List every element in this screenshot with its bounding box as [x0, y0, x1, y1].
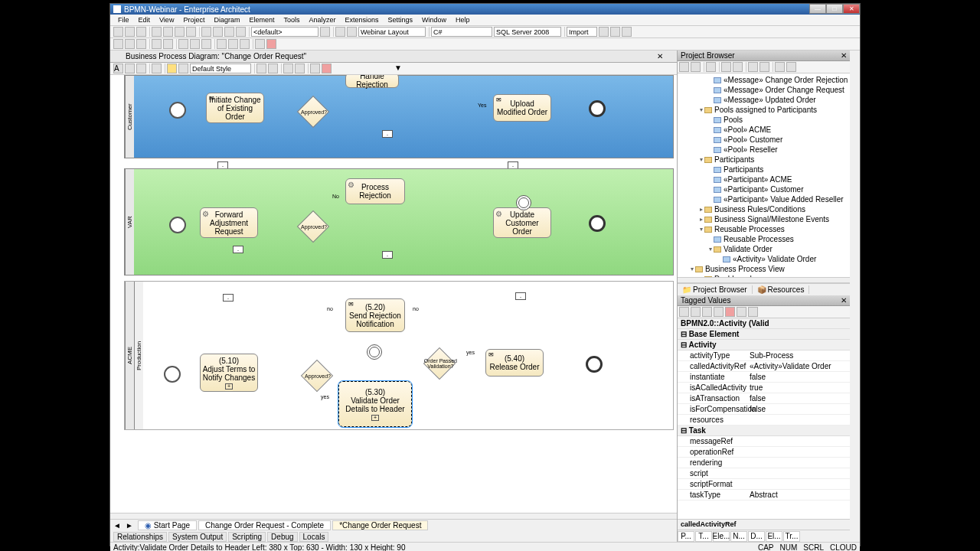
gateway-acme-approved[interactable]: Approved?: [301, 360, 333, 392]
tree-item[interactable]: «Message» Updated Order: [679, 95, 848, 105]
zoom-width-icon[interactable]: [240, 39, 250, 49]
start-event-var[interactable]: [169, 217, 186, 233]
menu-settings[interactable]: Settings: [384, 16, 418, 24]
open-icon[interactable]: [125, 27, 135, 37]
mini-tab-4[interactable]: D...: [748, 531, 765, 542]
props-row[interactable]: instantiatefalse: [678, 372, 850, 383]
zoom-out-icon[interactable]: [125, 39, 135, 49]
props-row[interactable]: resources: [678, 415, 850, 425]
props-row[interactable]: isForCompensationfalse: [678, 404, 850, 415]
tab-start-page[interactable]: ◉Start Page: [138, 520, 197, 530]
activity-adjust-terms[interactable]: (5.10) Adjust Terms to Notify Changes +: [200, 354, 258, 392]
line-icon[interactable]: [152, 64, 162, 73]
props-row[interactable]: isACalledActivitytrue: [678, 383, 850, 393]
zoom-100-icon[interactable]: [217, 39, 227, 49]
activity-initiate-change[interactable]: ✉ Initiate Change of Existing Order: [206, 93, 264, 123]
pb-package-icon[interactable]: [706, 62, 716, 72]
tree-item[interactable]: «Participant» Value Added Reseller: [679, 194, 848, 204]
mini-tab-1[interactable]: T...: [695, 531, 712, 542]
menu-analyzer[interactable]: Analyzer: [304, 16, 340, 24]
cut-icon[interactable]: [163, 27, 173, 37]
export-icon[interactable]: [599, 27, 609, 37]
menu-help[interactable]: Help: [451, 16, 475, 24]
tab-resources[interactable]: 📦Resources: [753, 285, 810, 294]
menu-element[interactable]: Element: [244, 16, 279, 24]
help-icon[interactable]: [622, 27, 632, 37]
tab-close-icon[interactable]: ✕: [657, 52, 663, 60]
activity-process-rejection[interactable]: ⚙ Process Rejection: [345, 178, 405, 204]
menu-window[interactable]: Window: [417, 16, 451, 24]
bold-icon[interactable]: [125, 64, 135, 73]
gateway-customer-approved[interactable]: Approved?: [297, 96, 329, 128]
delete-shape-icon[interactable]: [322, 64, 332, 73]
zoom-fit-icon[interactable]: [136, 39, 146, 49]
tree-item[interactable]: ▾Validate Order: [679, 244, 848, 254]
dropdown-icon[interactable]: [320, 27, 330, 37]
props-row[interactable]: messageRef: [678, 436, 850, 447]
nav-left-icon[interactable]: ◄: [113, 521, 121, 530]
zoom-in-icon[interactable]: [113, 39, 123, 49]
end-event-customer[interactable]: [589, 100, 606, 117]
menu-view[interactable]: View: [155, 16, 178, 24]
activity-update-customer-order[interactable]: ⚙ Update Customer Order: [493, 207, 551, 238]
props-group[interactable]: ⊟ Activity: [678, 340, 850, 350]
props-group[interactable]: ⊟ Task: [678, 425, 850, 436]
props-row[interactable]: taskTypeAbstract: [678, 490, 850, 500]
output-tab-locals[interactable]: Locals: [299, 532, 329, 542]
tree-item[interactable]: Pools: [679, 115, 848, 125]
pb-new-icon[interactable]: [679, 62, 689, 72]
tree-item[interactable]: ▾Participants: [679, 155, 848, 165]
settings-icon[interactable]: [610, 27, 620, 37]
menu-edit[interactable]: Edit: [134, 16, 155, 24]
panel-close-icon[interactable]: ✕: [841, 51, 847, 60]
menu-extensions[interactable]: Extensions: [340, 16, 383, 24]
shape-icon[interactable]: [268, 64, 278, 73]
zoom-page-icon[interactable]: [228, 39, 238, 49]
layout2-icon[interactable]: [347, 27, 357, 37]
print-icon[interactable]: [152, 27, 162, 37]
output-tab-system-output[interactable]: System Output: [168, 532, 227, 542]
menu-file[interactable]: File: [113, 16, 134, 24]
tree-item[interactable]: «Pool» Reseller: [679, 145, 848, 155]
output-tab-debug[interactable]: Debug: [267, 532, 297, 542]
tab-change-order-complete[interactable]: Change Order Request - Complete: [198, 520, 331, 530]
pb-element-icon[interactable]: [733, 62, 743, 72]
undo-icon[interactable]: [201, 27, 211, 37]
color-icon[interactable]: [136, 64, 146, 73]
mini-tab-0[interactable]: P...: [678, 531, 694, 542]
tree-item[interactable]: «Message» Change Order Rejection: [679, 75, 848, 85]
pb-add-icon[interactable]: [691, 62, 701, 72]
props-row[interactable]: operationRef: [678, 447, 850, 458]
default-combo[interactable]: <default>: [251, 27, 318, 37]
pb-refresh-icon[interactable]: [775, 62, 785, 72]
activity-forward-adjustment[interactable]: ⚙ Forward Adjustment Request: [200, 207, 258, 238]
activity-send-rejection[interactable]: ✉ (5.20) Send Rejection Notification: [345, 298, 405, 332]
tree-item[interactable]: «Participant» ACME: [679, 174, 848, 184]
tv-edit-icon[interactable]: [714, 307, 724, 317]
align-top-icon[interactable]: [201, 39, 211, 49]
tv-add-icon[interactable]: [702, 307, 712, 317]
apply-icon[interactable]: [256, 64, 266, 73]
lang-combo[interactable]: C#: [431, 27, 492, 37]
pb-help-icon[interactable]: [786, 62, 796, 72]
menu-project[interactable]: Project: [178, 16, 209, 24]
import-combo[interactable]: Import: [567, 27, 597, 37]
pb-diagram-icon[interactable]: [721, 62, 731, 72]
layer-icon[interactable]: [295, 64, 305, 73]
activity-validate-order[interactable]: (5.30) Validate Order Details to Header …: [338, 381, 412, 427]
props-row[interactable]: activityTypeSub-Process: [678, 350, 850, 361]
tree-item[interactable]: ▾Reusable Processes: [679, 224, 848, 234]
props-row[interactable]: script: [678, 468, 850, 479]
intermediate-event-acme[interactable]: [367, 344, 382, 360]
tree-item[interactable]: «Participant» Customer: [679, 184, 848, 194]
funnel-icon[interactable]: ▼: [394, 64, 404, 73]
layout-combo[interactable]: Webinar Layout: [358, 27, 426, 37]
gateway-order-passed[interactable]: Order Passed Validation?: [423, 347, 456, 380]
activity-release-order[interactable]: ✉ (5.40) Release Order: [485, 349, 544, 377]
tab-project-browser[interactable]: 📁Project Browser: [678, 285, 753, 294]
end-event-var[interactable]: [589, 215, 606, 232]
tree-item[interactable]: ▸Business Signal/Milestone Events: [679, 214, 848, 224]
tv-copy-icon[interactable]: [737, 307, 746, 317]
menu-diagram[interactable]: Diagram: [209, 16, 244, 24]
tree-item[interactable]: «Message» Order Change Request: [679, 85, 848, 95]
